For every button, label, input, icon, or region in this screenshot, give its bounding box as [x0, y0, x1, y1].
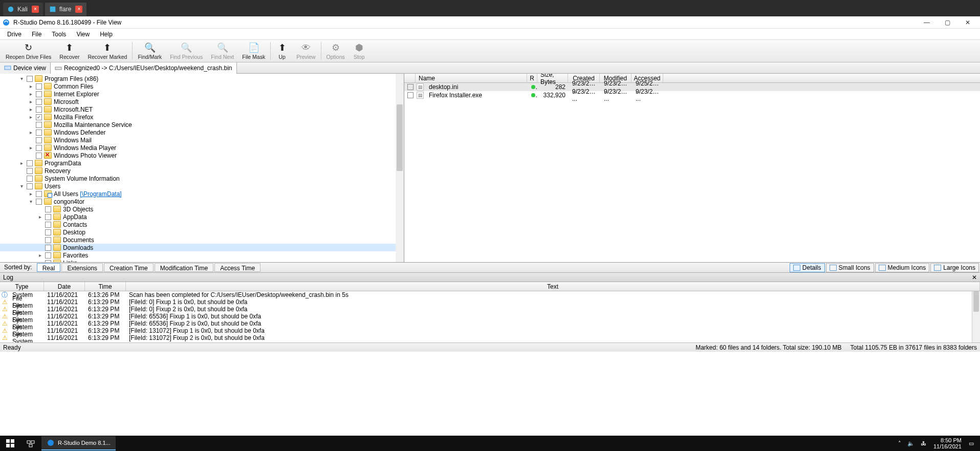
- menu-file[interactable]: File: [27, 30, 47, 39]
- tree-item[interactable]: ▸Windows Media Player: [0, 144, 404, 152]
- tray-notifications-icon[interactable]: ▭: [966, 440, 977, 447]
- scroll-thumb[interactable]: [973, 291, 979, 312]
- header-name[interactable]: Name: [416, 74, 527, 82]
- tree-checkbox[interactable]: [36, 191, 42, 197]
- log-row[interactable]: ⚠File System11/16/20216:13:29 PM[FileId:…: [0, 334, 980, 341]
- tray-chevron-icon[interactable]: ˄: [895, 440, 904, 447]
- sort-tab-real[interactable]: Real: [37, 263, 61, 272]
- tree-expander[interactable]: ▾: [18, 183, 25, 189]
- log-row[interactable]: ⚠File System11/16/20216:13:29 PM[FileId:…: [0, 298, 980, 306]
- maximize-button[interactable]: ▢: [937, 16, 957, 29]
- tree-expander[interactable]: ▸: [28, 99, 34, 104]
- tree-checkbox[interactable]: [36, 99, 42, 105]
- tree-checkbox[interactable]: [36, 130, 42, 136]
- tree-checkbox[interactable]: [36, 83, 42, 90]
- tree-checkbox[interactable]: [36, 106, 42, 113]
- log-header-date[interactable]: Date: [44, 282, 85, 291]
- tree-checkbox[interactable]: [27, 76, 33, 82]
- sort-tab-modification[interactable]: Modification Time: [155, 263, 213, 272]
- file-row[interactable]: ▤desktop.ini2829/23/2021 ...9/23/2021 ..…: [404, 83, 980, 91]
- sort-tab-creation[interactable]: Creation Time: [104, 263, 154, 272]
- tree-item[interactable]: ▸ProgramData: [0, 159, 404, 167]
- tree-scrollbar[interactable]: [396, 74, 404, 262]
- tree-item[interactable]: Mozilla Maintenance Service: [0, 121, 404, 128]
- tree-item[interactable]: ▾Program Files (x86): [0, 75, 404, 82]
- log-row[interactable]: ⚠File System11/16/20216:13:29 PM[FileId:…: [0, 327, 980, 334]
- log-row[interactable]: ⚠File System11/16/20216:13:29 PM[FileId:…: [0, 320, 980, 327]
- tab-close-icon[interactable]: ×: [32, 6, 39, 13]
- tree-item[interactable]: Contacts: [0, 221, 404, 228]
- menu-drive[interactable]: Drive: [2, 30, 27, 39]
- tree-expander[interactable]: ▸: [28, 145, 34, 151]
- tree-expander[interactable]: ▸: [37, 252, 43, 258]
- tree-checkbox[interactable]: [45, 229, 51, 235]
- tree-checkbox[interactable]: [45, 252, 51, 259]
- tree-item[interactable]: ▾Users: [0, 182, 404, 190]
- log-header-type[interactable]: Type: [0, 282, 44, 291]
- view-btn-medium-icons[interactable]: Medium Icons: [875, 263, 930, 272]
- tree-checkbox[interactable]: [45, 260, 51, 263]
- close-button[interactable]: ✕: [957, 16, 978, 29]
- scroll-thumb[interactable]: [397, 104, 403, 171]
- log-header-time[interactable]: Time: [85, 282, 126, 291]
- tree-item[interactable]: Links: [0, 259, 404, 262]
- tab-close-icon[interactable]: ×: [75, 6, 82, 13]
- tree-checkbox[interactable]: [36, 91, 42, 97]
- toolbar-file-mask[interactable]: 📄File Mask: [238, 40, 269, 61]
- log-header-text[interactable]: Text: [126, 282, 980, 291]
- view-btn-small-icons[interactable]: Small Icons: [826, 263, 874, 272]
- menu-tools[interactable]: Tools: [47, 30, 71, 39]
- tray-network-icon[interactable]: 🖧: [918, 440, 929, 446]
- log-row[interactable]: ⚠File System11/16/20216:13:29 PM[FileId:…: [0, 306, 980, 313]
- tree-item[interactable]: ▸✓Mozilla Firefox: [0, 113, 404, 121]
- tree-expander[interactable]: ▸: [37, 214, 43, 220]
- tree-checkbox[interactable]: [27, 183, 33, 189]
- tree-expander[interactable]: ▸: [28, 106, 34, 112]
- toolbar-reopen-drive-files[interactable]: ↻Reopen Drive Files: [2, 40, 55, 61]
- tab-path[interactable]: Recognized0 -> C:/Users/IEUser/Desktop/w…: [51, 62, 237, 74]
- header-r[interactable]: R: [527, 74, 537, 82]
- tree-expander[interactable]: ▾: [28, 199, 34, 204]
- tree-item[interactable]: ▸Internet Explorer: [0, 90, 404, 98]
- tree-item[interactable]: Desktop: [0, 228, 404, 236]
- file-list[interactable]: ▤desktop.ini2829/23/2021 ...9/23/2021 ..…: [404, 83, 980, 99]
- tree-item[interactable]: ▸Favorites: [0, 251, 404, 259]
- toolbar-find-mark[interactable]: 🔍Find/Mark: [134, 40, 165, 61]
- vm-tab-flare[interactable]: flare ×: [45, 3, 86, 16]
- sort-tab-access[interactable]: Access Time: [214, 263, 260, 272]
- vm-tab-kali[interactable]: Kali ×: [3, 3, 43, 16]
- tree-checkbox[interactable]: [27, 176, 33, 182]
- tree-item[interactable]: ▸Common Files: [0, 82, 404, 90]
- tree-checkbox[interactable]: [45, 237, 51, 243]
- tree-checkbox[interactable]: [36, 199, 42, 205]
- tree-item[interactable]: ✕Windows Photo Viewer: [0, 152, 404, 159]
- header-checkbox[interactable]: [404, 74, 416, 82]
- tree-item[interactable]: ▸All Users [\ProgramData]: [0, 190, 404, 198]
- log-scrollbar[interactable]: [972, 291, 980, 342]
- tree-checkbox[interactable]: [36, 145, 42, 151]
- task-view-button[interactable]: [20, 436, 41, 451]
- tree-item[interactable]: ▸Microsoft.NET: [0, 105, 404, 113]
- view-btn-details[interactable]: Details: [790, 263, 825, 272]
- tree-expander[interactable]: ▸: [18, 160, 25, 166]
- tree-item[interactable]: Documents: [0, 236, 404, 244]
- tree-checkbox[interactable]: [45, 206, 51, 212]
- menu-view[interactable]: View: [71, 30, 95, 39]
- tree-item[interactable]: System Volume Information: [0, 175, 404, 182]
- tree-item[interactable]: 3D Objects: [0, 205, 404, 213]
- log-row[interactable]: ⓘSystem11/16/20216:13:26 PMScan has been…: [0, 291, 980, 298]
- file-checkbox[interactable]: [407, 84, 413, 90]
- tray-volume-icon[interactable]: 🔈: [904, 440, 918, 447]
- tree-checkbox[interactable]: [45, 214, 51, 220]
- tree-expander[interactable]: ▸: [28, 191, 34, 197]
- folder-tree[interactable]: ▾Program Files (x86)▸Common Files▸Intern…: [0, 74, 404, 262]
- toolbar-up[interactable]: ⬆Up: [272, 40, 292, 61]
- toolbar-recover-marked[interactable]: ⬆Recover Marked: [84, 40, 130, 61]
- tree-expander[interactable]: ▸: [28, 91, 34, 97]
- tree-checkbox[interactable]: [36, 153, 42, 159]
- log-close-button[interactable]: ✕: [972, 274, 977, 281]
- tree-item[interactable]: ▸Microsoft: [0, 98, 404, 105]
- menu-help[interactable]: Help: [95, 30, 118, 39]
- tree-checkbox[interactable]: [45, 222, 51, 228]
- tree-checkbox[interactable]: [36, 137, 42, 143]
